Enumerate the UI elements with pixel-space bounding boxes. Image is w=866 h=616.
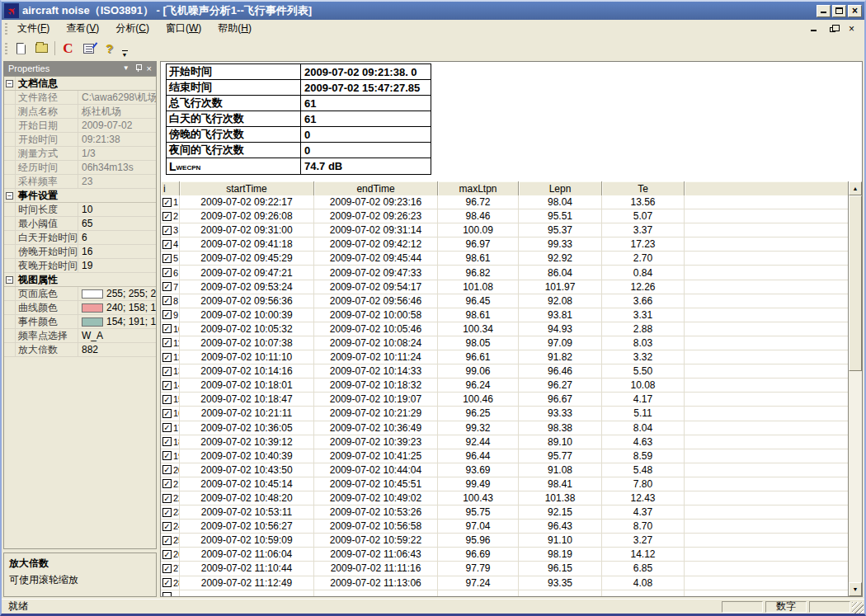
table-row[interactable]: ✓22009-07-02 09:26:082009-07-02 09:26:23… bbox=[161, 209, 848, 223]
row-checkbox[interactable]: ✓ bbox=[162, 367, 172, 376]
property-value[interactable]: W_A bbox=[78, 330, 156, 341]
scroll-down-button[interactable]: ▼ bbox=[849, 582, 862, 596]
table-row[interactable]: ✓102009-07-02 10:05:322009-07-02 10:05:4… bbox=[161, 322, 848, 336]
mdi-restore-button[interactable] bbox=[826, 23, 839, 35]
color-swatch[interactable] bbox=[82, 303, 103, 313]
table-row[interactable]: ✓142009-07-02 10:18:012009-07-02 10:18:3… bbox=[161, 379, 848, 393]
menu-item-h[interactable]: 帮助(H) bbox=[211, 20, 258, 37]
property-row[interactable]: 开始时间09:21:38 bbox=[4, 133, 156, 147]
column-header-Te[interactable]: Te bbox=[602, 181, 685, 195]
menu-item-w[interactable]: 窗口(W) bbox=[159, 20, 208, 37]
row-checkbox[interactable]: ✓ bbox=[162, 395, 172, 404]
table-row[interactable]: ✓232009-07-02 10:53:112009-07-02 10:53:2… bbox=[161, 505, 848, 520]
property-value[interactable]: 882 bbox=[78, 344, 156, 355]
properties-panel-header[interactable]: Properties ▼ × bbox=[3, 61, 157, 76]
row-checkbox[interactable]: ✓ bbox=[162, 296, 172, 305]
new-document-button[interactable] bbox=[11, 39, 31, 58]
property-row[interactable]: 开始日期2009-07-02 bbox=[4, 119, 156, 133]
column-header-Lepn[interactable]: Lepn bbox=[519, 181, 602, 195]
property-value[interactable]: 154; 191; 18 bbox=[78, 316, 156, 327]
property-group-header[interactable]: −事件设置 bbox=[4, 189, 156, 203]
row-checkbox[interactable]: ✓ bbox=[162, 353, 172, 362]
row-checkbox[interactable]: ✓ bbox=[162, 564, 172, 573]
row-checkbox[interactable]: ✓ bbox=[162, 282, 172, 291]
row-checkbox[interactable]: ✓ bbox=[162, 338, 172, 347]
panel-close-icon[interactable]: × bbox=[147, 64, 152, 73]
mdi-close-button[interactable]: × bbox=[845, 23, 858, 35]
row-checkbox[interactable]: ✓ bbox=[162, 240, 172, 249]
table-row-partial[interactable] bbox=[161, 590, 848, 596]
property-value[interactable]: 16 bbox=[78, 246, 156, 257]
panel-pin-icon[interactable] bbox=[135, 64, 141, 73]
table-row[interactable]: ✓82009-07-02 09:56:362009-07-02 09:56:46… bbox=[161, 294, 848, 308]
help-button[interactable]: ? bbox=[99, 39, 120, 58]
panel-dropdown-icon[interactable]: ▼ bbox=[123, 65, 129, 72]
row-checkbox[interactable]: ✓ bbox=[162, 268, 172, 277]
property-value[interactable]: C:\awa6298\机场 bbox=[78, 91, 156, 105]
property-row[interactable]: 文件路径C:\awa6298\机场 bbox=[4, 91, 156, 105]
table-row[interactable]: ✓182009-07-02 10:39:122009-07-02 10:39:2… bbox=[161, 435, 848, 449]
row-checkbox[interactable]: ✓ bbox=[162, 381, 172, 390]
table-row[interactable]: ✓172009-07-02 10:36:052009-07-02 10:36:4… bbox=[161, 421, 848, 435]
row-checkbox[interactable]: ✓ bbox=[162, 451, 172, 460]
menu-item-v[interactable]: 查看(V) bbox=[59, 20, 106, 37]
property-row[interactable]: 放大倍数882 bbox=[4, 343, 156, 357]
row-checkbox[interactable]: ✓ bbox=[162, 508, 172, 517]
property-value[interactable]: 1/3 bbox=[78, 148, 156, 159]
column-header-empty[interactable] bbox=[685, 181, 848, 195]
table-row[interactable]: ✓92009-07-02 10:00:392009-07-02 10:00:58… bbox=[161, 308, 848, 322]
property-row[interactable]: 傍晚开始时间16 bbox=[4, 245, 156, 259]
property-row[interactable]: 测量方式1/3 bbox=[4, 147, 156, 161]
row-checkbox[interactable]: ✓ bbox=[162, 226, 172, 235]
row-checkbox[interactable]: ✓ bbox=[162, 198, 172, 207]
property-value[interactable]: 10 bbox=[78, 204, 156, 215]
table-row[interactable]: ✓62009-07-02 09:47:212009-07-02 09:47:33… bbox=[161, 266, 848, 280]
table-row[interactable]: ✓32009-07-02 09:31:002009-07-02 09:31:14… bbox=[161, 223, 848, 237]
property-row[interactable]: 采样频率23 bbox=[4, 175, 156, 189]
table-row[interactable]: ✓152009-07-02 10:18:472009-07-02 10:19:0… bbox=[161, 393, 848, 407]
row-checkbox[interactable]: ✓ bbox=[162, 479, 172, 488]
menu-item-c[interactable]: 分析(C) bbox=[109, 20, 156, 37]
property-value[interactable]: 2009-07-02 bbox=[78, 120, 156, 131]
calibration-button[interactable]: C bbox=[58, 39, 78, 58]
row-checkbox[interactable]: ✓ bbox=[162, 254, 172, 263]
column-header-endTime[interactable]: endTime bbox=[314, 181, 438, 195]
mdi-minimize-button[interactable] bbox=[807, 23, 820, 35]
collapse-minus-icon[interactable]: − bbox=[6, 276, 13, 284]
resize-grip[interactable] bbox=[852, 602, 864, 614]
collapse-minus-icon[interactable]: − bbox=[6, 80, 13, 87]
vertical-scrollbar[interactable]: ▲ ▼ bbox=[848, 181, 862, 596]
property-value[interactable]: 23 bbox=[78, 176, 156, 187]
row-checkbox[interactable]: ✓ bbox=[162, 536, 172, 545]
table-row[interactable]: ✓222009-07-02 10:48:202009-07-02 10:49:0… bbox=[161, 491, 848, 505]
table-row[interactable]: ✓282009-07-02 11:12:492009-07-02 11:13:0… bbox=[161, 576, 848, 590]
property-row[interactable]: 曲线颜色240; 158; 15 bbox=[4, 301, 156, 315]
maximize-button[interactable] bbox=[832, 5, 846, 17]
property-group-header[interactable]: −文档信息 bbox=[4, 77, 156, 91]
color-swatch[interactable] bbox=[82, 289, 103, 299]
scrollbar-thumb[interactable] bbox=[849, 195, 862, 371]
column-header-maxLtpn[interactable]: maxLtpn bbox=[438, 181, 519, 195]
toolbar-options-button[interactable]: ▼ bbox=[120, 41, 129, 58]
table-row[interactable]: ✓262009-07-02 11:06:042009-07-02 11:06:4… bbox=[161, 548, 848, 562]
property-value[interactable]: 09:21:38 bbox=[78, 134, 156, 145]
row-checkbox[interactable]: ✓ bbox=[162, 522, 172, 531]
property-value[interactable]: 255; 255; 25 bbox=[78, 288, 156, 299]
scrollbar-track[interactable] bbox=[849, 195, 862, 582]
table-row[interactable]: ✓132009-07-02 10:14:162009-07-02 10:14:3… bbox=[161, 364, 848, 379]
row-checkbox[interactable]: ✓ bbox=[162, 578, 172, 587]
table-row[interactable]: ✓42009-07-02 09:41:182009-07-02 09:42:12… bbox=[161, 237, 848, 252]
property-value[interactable]: 240; 158; 15 bbox=[78, 302, 156, 313]
property-row[interactable]: 页面底色255; 255; 25 bbox=[4, 287, 156, 301]
table-row[interactable]: ✓162009-07-02 10:21:112009-07-02 10:21:2… bbox=[161, 407, 848, 421]
menubar-grip[interactable] bbox=[5, 23, 7, 35]
property-value[interactable]: 65 bbox=[78, 218, 156, 229]
collapse-minus-icon[interactable]: − bbox=[6, 192, 13, 200]
scroll-up-button[interactable]: ▲ bbox=[849, 181, 862, 195]
close-button[interactable]: × bbox=[848, 5, 862, 17]
toolbar-grip[interactable] bbox=[5, 43, 7, 54]
minimize-button[interactable] bbox=[817, 5, 831, 17]
property-row[interactable]: 事件颜色154; 191; 18 bbox=[4, 315, 156, 329]
properties-button[interactable] bbox=[78, 39, 99, 58]
property-row[interactable]: 夜晚开始时间19 bbox=[4, 259, 156, 273]
